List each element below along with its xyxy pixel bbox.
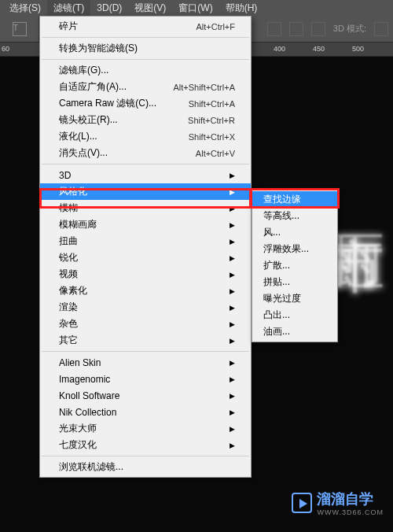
- menu-item-render[interactable]: 渲染▶: [40, 299, 251, 316]
- menu-item-imagenomic[interactable]: Imagenomic▶: [40, 371, 251, 387]
- submenu-item-diffuse[interactable]: 扩散...: [252, 257, 337, 274]
- menu-item-browse-online[interactable]: 浏览联机滤镜...: [40, 459, 251, 475]
- type-tool-icon: T: [13, 22, 27, 36]
- submenu-arrow-icon: ▶: [230, 359, 235, 367]
- menu-separator: [42, 351, 249, 352]
- submenu-item-solarize[interactable]: 曝光过度: [252, 290, 337, 307]
- watermark-sub: WWW.3D66.COM: [317, 508, 384, 516]
- menu-separator: [42, 59, 249, 60]
- submenu-item-tiles[interactable]: 拼贴...: [252, 274, 337, 290]
- menu-item-camera-raw[interactable]: Camera Raw 滤镜(C)...Shift+Ctrl+A: [40, 95, 251, 112]
- filter-menu: 碎片 Alt+Ctrl+F 转换为智能滤镜(S) 滤镜库(G)... 自适应广角…: [39, 16, 252, 478]
- submenu-arrow-icon: ▶: [230, 441, 235, 449]
- menu-help[interactable]: 帮助(H): [219, 0, 264, 17]
- menu-separator: [42, 456, 249, 456]
- warp-text-icon[interactable]: [267, 22, 281, 36]
- ruler-mark: 500: [352, 45, 364, 53]
- menu-item-last-filter[interactable]: 碎片 Alt+Ctrl+F: [40, 18, 251, 35]
- submenu-item-find-edges[interactable]: 查找边缘: [252, 191, 337, 208]
- menu-item-filter-gallery[interactable]: 滤镜库(G)...: [40, 62, 251, 79]
- ruler-mark: 450: [313, 45, 325, 53]
- submenu-arrow-icon: ▶: [230, 254, 235, 262]
- mode-icon-1[interactable]: [374, 22, 388, 36]
- menu-item-lens-correction[interactable]: 镜头校正(R)...Shift+Ctrl+R: [40, 112, 251, 128]
- toolbar-right-cluster: 3D 模式:: [267, 16, 388, 42]
- panels-icon[interactable]: [311, 22, 325, 36]
- menu-item-video[interactable]: 视频▶: [40, 266, 251, 283]
- menu-item-alienskin[interactable]: Alien Skin▶: [40, 354, 251, 371]
- submenu-arrow-icon: ▶: [230, 205, 235, 212]
- ruler-mark: 60: [2, 45, 9, 53]
- submenu-arrow-icon: ▶: [230, 337, 235, 345]
- menu-item-distort[interactable]: 扭曲▶: [40, 233, 251, 249]
- submenu-item-oilpaint[interactable]: 油画...: [252, 323, 337, 340]
- watermark: 溜溜自学 WWW.3D66.COM: [292, 490, 384, 516]
- menu-item-adaptive-wide[interactable]: 自适应广角(A)...Alt+Shift+Ctrl+A: [40, 79, 251, 95]
- stylize-submenu: 查找边缘 等高线... 风... 浮雕效果... 扩散... 拼贴... 曝光过…: [252, 189, 338, 342]
- menu-item-7du[interactable]: 七度汉化▶: [40, 437, 251, 453]
- submenu-arrow-icon: ▶: [230, 392, 235, 400]
- tool-preset[interactable]: T: [0, 16, 39, 42]
- menu-item-sharpen[interactable]: 锐化▶: [40, 249, 251, 266]
- menu-item-knoll[interactable]: Knoll Software▶: [40, 387, 251, 404]
- ruler-mark: 400: [274, 45, 285, 53]
- menu-item-stylize[interactable]: 风格化▶: [40, 183, 251, 200]
- submenu-arrow-icon: ▶: [230, 221, 235, 229]
- mode-label: 3D 模式:: [333, 23, 366, 35]
- submenu-item-wind[interactable]: 风...: [252, 224, 337, 241]
- menu-3d[interactable]: 3D(D): [90, 1, 128, 15]
- submenu-arrow-icon: ▶: [230, 304, 235, 312]
- submenu-arrow-icon: ▶: [230, 408, 235, 416]
- submenu-arrow-icon: ▶: [230, 425, 235, 433]
- menu-item-nik[interactable]: Nik Collection▶: [40, 404, 251, 420]
- menu-item-blur-gallery[interactable]: 模糊画廊▶: [40, 216, 251, 233]
- menu-separator: [42, 164, 249, 164]
- menu-view[interactable]: 视图(V): [128, 0, 172, 17]
- menu-separator: [42, 37, 249, 38]
- submenu-arrow-icon: ▶: [230, 287, 235, 295]
- menu-item-vanishing-point[interactable]: 消失点(V)...Alt+Ctrl+V: [40, 145, 251, 161]
- play-icon: [292, 493, 312, 513]
- align-icon[interactable]: [289, 22, 303, 36]
- submenu-item-extrude[interactable]: 凸出...: [252, 307, 337, 323]
- submenu-arrow-icon: ▶: [230, 188, 235, 196]
- menu-filter[interactable]: 滤镜(T): [47, 0, 90, 17]
- menu-item-convert-smart[interactable]: 转换为智能滤镜(S): [40, 40, 251, 57]
- submenu-arrow-icon: ▶: [230, 172, 235, 179]
- menu-item-lightmaster[interactable]: 光束大师▶: [40, 420, 251, 437]
- menu-window[interactable]: 窗口(W): [172, 0, 219, 17]
- menu-item-pixelate[interactable]: 像素化▶: [40, 283, 251, 299]
- submenu-arrow-icon: ▶: [230, 375, 235, 383]
- menu-item-3d[interactable]: 3D▶: [40, 167, 251, 183]
- submenu-arrow-icon: ▶: [230, 238, 235, 246]
- menu-item-liquify[interactable]: 液化(L)...Shift+Ctrl+X: [40, 128, 251, 145]
- submenu-arrow-icon: ▶: [230, 271, 235, 279]
- submenu-arrow-icon: ▶: [230, 320, 235, 328]
- menubar: 选择(S) 滤镜(T) 3D(D) 视图(V) 窗口(W) 帮助(H): [0, 0, 393, 16]
- menu-select[interactable]: 选择(S): [3, 0, 47, 17]
- menu-item-blur[interactable]: 模糊▶: [40, 200, 251, 216]
- submenu-item-emboss[interactable]: 浮雕效果...: [252, 241, 337, 257]
- watermark-main: 溜溜自学: [317, 491, 373, 507]
- menu-item-other[interactable]: 其它▶: [40, 332, 251, 349]
- menu-item-noise[interactable]: 杂色▶: [40, 316, 251, 332]
- submenu-item-contour[interactable]: 等高线...: [252, 208, 337, 224]
